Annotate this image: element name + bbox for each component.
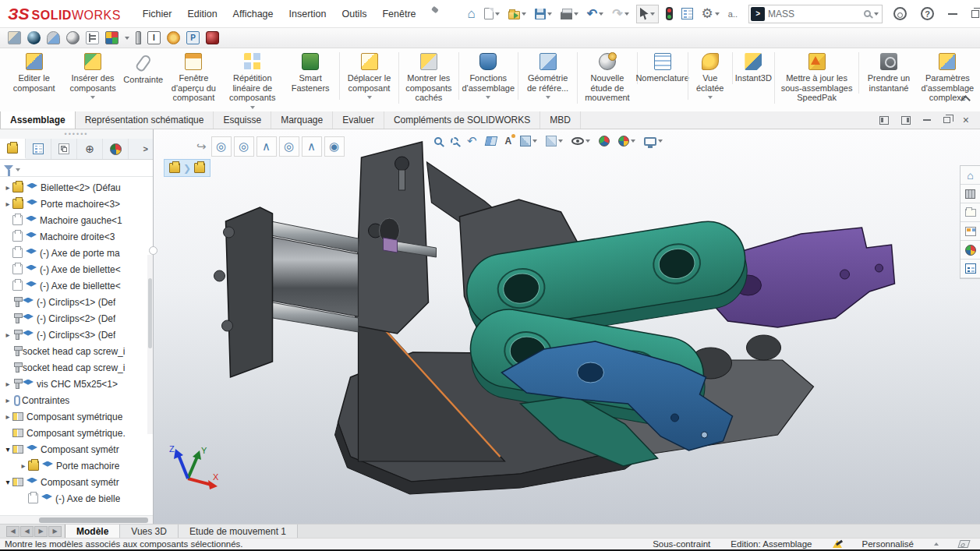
expand-icon[interactable]: ▸ <box>3 183 12 192</box>
menu-outils[interactable]: Outils <box>341 9 366 19</box>
restore-icon[interactable] <box>971 10 979 18</box>
open-icon[interactable] <box>507 6 528 22</box>
display-states-cube-icon[interactable] <box>105 31 119 44</box>
tree-item[interactable]: ▸vis CHC M5x25<1> <box>0 376 153 392</box>
close-icon[interactable]: × <box>963 116 969 124</box>
annotation-visibility-icon[interactable]: A <box>505 136 512 147</box>
gears-icon[interactable] <box>66 31 80 44</box>
mate-button[interactable]: Contrainte <box>122 52 165 86</box>
bill-of-materials-button[interactable]: Nomenclature <box>637 52 688 84</box>
new-motion-study-button[interactable]: Nouvelle étude de mouvement <box>577 52 636 104</box>
tree-item[interactable]: (-) Circlips<1> (Def <box>0 294 153 310</box>
tree-vertical-scrollbar[interactable] <box>147 255 153 434</box>
concentric-mate-icon[interactable]: ◎ <box>211 136 232 157</box>
print-icon[interactable] <box>559 6 580 22</box>
pin-menu-icon[interactable] <box>427 10 433 17</box>
minimize-icon[interactable] <box>923 119 931 121</box>
tab-modele[interactable]: Modèle <box>65 525 120 538</box>
select-arrow-icon[interactable] <box>636 5 659 23</box>
filter-funnel-icon[interactable] <box>4 165 13 171</box>
view-palette-icon[interactable] <box>961 222 980 241</box>
new-document-icon[interactable] <box>483 5 501 22</box>
screw-icon[interactable] <box>136 31 141 44</box>
view-orientation-icon[interactable] <box>520 136 537 147</box>
design-library-icon[interactable] <box>961 185 980 203</box>
tab-representation-schematique[interactable]: Représentation schématique <box>76 111 214 129</box>
previous-icon[interactable]: ◀ <box>20 526 34 537</box>
tree-item[interactable]: (-) Axe de bielle <box>0 490 153 507</box>
minimize-icon[interactable] <box>948 13 957 15</box>
exit-arrow-icon[interactable]: ↪ <box>196 140 207 154</box>
tree-item[interactable]: ▸Composant symétrique <box>0 408 153 425</box>
tab-complements-solidworks[interactable]: Compléments de SOLIDWORKS <box>384 111 540 129</box>
options-gear-icon[interactable]: ⚙ <box>700 5 721 22</box>
menu-edition[interactable]: Edition <box>187 9 217 19</box>
angle-mate-icon[interactable]: ∧ <box>302 136 322 157</box>
pane-left-icon[interactable] <box>879 116 889 125</box>
edit-component-button[interactable]: Editer le composant <box>5 52 63 94</box>
panel-collapse-knob[interactable] <box>149 246 157 255</box>
last-icon[interactable]: ▶ <box>48 526 62 537</box>
tree-item[interactable]: Machoire droite<3 <box>0 228 153 245</box>
display-style-icon[interactable] <box>546 136 563 147</box>
model-gripper-assembly[interactable] <box>154 129 980 524</box>
assembly-icon[interactable] <box>169 163 180 173</box>
tree-horizontal-scrollbar[interactable] <box>0 515 153 524</box>
tree-item[interactable]: ▾Composant symétr <box>0 441 153 457</box>
home-icon[interactable]: ⌂ <box>466 6 477 22</box>
first-icon[interactable]: ◀ <box>6 526 19 537</box>
rotate-component-icon[interactable]: P <box>186 31 200 44</box>
tree-item[interactable]: socket head cap screw_i <box>0 359 153 376</box>
tag-icon[interactable] <box>957 540 970 548</box>
menu-fenetre[interactable]: Fenêtre <box>382 9 416 19</box>
filter-dropdown-icon[interactable] <box>16 168 20 171</box>
large-assembly-settings-button[interactable]: Paramètres d'assemblage complexe <box>918 52 977 104</box>
help-icon[interactable]: ? <box>921 7 934 20</box>
menu-insertion[interactable]: Insertion <box>289 9 327 19</box>
tree-item[interactable]: (-) Axe de biellette< <box>0 261 153 277</box>
search-dropdown-icon[interactable] <box>874 12 879 16</box>
tree-item[interactable]: (-) Axe de biellette< <box>0 277 153 294</box>
feature-tree-icon[interactable] <box>86 31 99 44</box>
show-hidden-components-button[interactable]: Montrer les composants cachés <box>398 52 458 104</box>
expand-icon[interactable]: ▸ <box>3 330 12 339</box>
tab-marquage[interactable]: Marquage <box>271 111 333 129</box>
component-preview-window-button[interactable]: Fenêtre d'aperçu du composant <box>165 52 223 104</box>
command-search-icon[interactable]: > <box>751 7 765 21</box>
propertymanager-tab-icon[interactable] <box>26 139 51 159</box>
reference-geometry-button[interactable]: Géométrie de référe... <box>518 52 577 100</box>
tree-item[interactable]: ▸(-) Circlips<3> (Def <box>0 327 153 343</box>
tab-assemblage[interactable]: Assemblage <box>0 111 76 129</box>
rebuild-traffic-light-icon[interactable] <box>664 5 674 23</box>
hide-show-items-icon[interactable] <box>571 137 590 145</box>
save-icon[interactable] <box>533 6 554 22</box>
angle-mate-icon[interactable]: ∧ <box>256 136 277 157</box>
expand-icon[interactable]: ▸ <box>3 200 12 208</box>
tree-item[interactable]: ▸Porte machoire <box>0 457 153 474</box>
search-icon[interactable] <box>864 10 871 17</box>
tree-item[interactable]: Machoire gauche<1 <box>0 212 153 228</box>
tree-item[interactable]: (-) Axe de porte ma <box>0 245 153 261</box>
concentric-mate-icon[interactable]: ◎ <box>279 136 299 157</box>
featuremanager-tab-icon[interactable] <box>0 139 26 159</box>
take-snapshot-button[interactable]: Prendre un instantané <box>858 52 918 94</box>
tab-vues-3d[interactable]: Vues 3D <box>120 525 179 538</box>
next-icon[interactable]: ▶ <box>34 526 48 537</box>
tree-item[interactable]: ▸Porte machoire<3> <box>0 196 153 212</box>
account-icon[interactable] <box>893 7 907 20</box>
section-view-icon[interactable] <box>486 136 497 146</box>
tree-item[interactable]: ▸Biellette<2> (Défau <box>0 179 153 196</box>
expand-icon[interactable]: ▸ <box>3 396 12 404</box>
exploded-view-button[interactable]: Vue éclatée <box>688 52 732 100</box>
viewport-3d[interactable]: ↪ ◎ ◎ ∧ ◎ ∧ ◉ ❯ ↶ A <box>154 129 980 524</box>
custom-properties-icon[interactable] <box>961 260 980 278</box>
menu-affichage[interactable]: Affichage <box>233 9 274 19</box>
apply-scene-icon[interactable] <box>618 136 635 147</box>
smart-fasteners-button[interactable]: Smart Fasteners <box>281 52 338 94</box>
linear-pattern-button[interactable]: Répétition linéaire de composants <box>223 52 281 110</box>
move-component-button[interactable]: Déplacer le composant <box>339 52 398 100</box>
assembly-features-button[interactable]: Fonctions d'assemblage <box>458 52 518 100</box>
redo-icon[interactable]: ↷ <box>610 6 630 22</box>
properties-icon[interactable] <box>680 5 695 22</box>
appearances-icon[interactable] <box>961 241 980 260</box>
